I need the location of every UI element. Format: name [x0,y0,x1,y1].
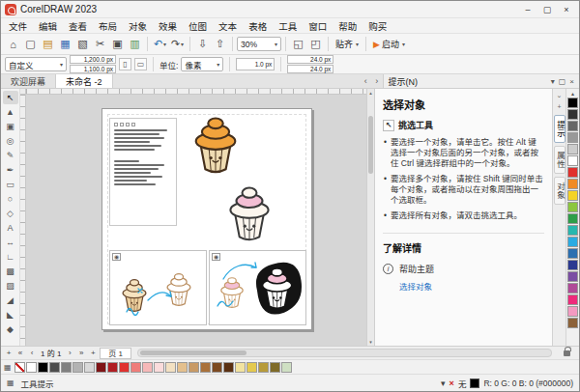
tab-scroll-right-icon[interactable]: › [371,74,382,88]
color-swatch[interactable] [567,237,578,247]
scroll-down-icon[interactable]: ▾ [369,339,372,345]
color-swatch[interactable] [567,260,578,270]
color-swatch[interactable] [567,318,578,328]
color-swatch[interactable] [567,225,578,236]
color-swatch[interactable] [567,121,578,131]
horizontal-scrollbar[interactable] [137,349,552,357]
select-objects-link[interactable]: 选择对象 [399,280,544,292]
color-swatch[interactable] [258,362,269,373]
menu-item-table[interactable]: 表格 [243,18,273,33]
tool-rectangle-tool[interactable]: ▭ [3,178,18,191]
color-swatch[interactable] [223,362,234,373]
tool-interactive-fill-tool[interactable]: ◣ [3,308,18,322]
color-swatch[interactable] [235,362,246,373]
color-swatch[interactable] [119,362,130,373]
color-swatch[interactable] [567,179,578,189]
tool-ellipse-tool[interactable]: ○ [3,192,18,206]
color-swatch[interactable] [567,144,578,154]
color-swatch[interactable] [567,202,578,212]
color-swatch[interactable] [26,362,37,373]
tool-eyedropper-tool[interactable]: ◢ [3,294,18,307]
color-swatch[interactable] [212,362,222,373]
help-topics-row[interactable]: i 帮助主题 [383,263,544,275]
doc-tab-untitled-2[interactable]: 未命名 -2 [56,74,113,88]
cupcake-small-sketch-artwork[interactable] [162,270,195,311]
side-tab-objects[interactable]: 对象 [554,177,566,205]
portrait-orientation-button[interactable]: ▯ [119,58,131,70]
export-button[interactable]: ⇧ [212,36,228,53]
horizontal-ruler[interactable] [26,89,366,95]
color-swatch[interactable] [246,362,257,373]
chevron-down-icon[interactable]: ▾ [163,41,166,47]
side-tab-properties[interactable]: 属性 [554,146,566,174]
redo-button[interactable]: ↷▾ [169,36,186,53]
add-page-button-right[interactable]: + [88,349,98,357]
welcome-screen-button[interactable]: ⌂ [5,36,21,53]
cupcake-on-black-blob-artwork[interactable] [250,257,304,322]
palette-up-icon[interactable]: ▴ [571,90,574,97]
color-swatch[interactable] [567,306,578,317]
units-combo[interactable]: 像素 ▾ [181,57,223,71]
drawing-canvas[interactable]: ◉ ◉ [20,89,374,346]
menu-item-tools[interactable]: 工具 [273,18,303,33]
menu-item-layout[interactable]: 布局 [93,18,123,33]
color-swatch[interactable] [567,248,578,259]
color-swatch[interactable] [142,362,153,373]
menu-item-object[interactable]: 对象 [123,18,153,33]
menu-item-edit[interactable]: 编辑 [33,18,63,33]
save-button[interactable]: ▦ [57,36,73,53]
color-swatch[interactable] [107,362,118,373]
sketch-panel-right[interactable]: ◉ [209,250,306,325]
color-swatch[interactable] [96,362,106,373]
docker-close-icon[interactable]: × [569,77,574,86]
import-button[interactable]: ⇩ [194,36,211,53]
vertical-scroll-thumb[interactable] [368,116,373,174]
docker-float-icon[interactable]: ▢ [559,77,566,86]
snap-to-button[interactable]: 贴齐 ▾ [333,36,362,53]
color-swatch[interactable] [270,362,280,373]
palette-options-icon[interactable]: ▦ [4,363,12,372]
close-button[interactable]: × [558,3,575,16]
tool-connector-tool[interactable]: ∟ [3,250,18,264]
undo-button[interactable]: ↶▾ [152,36,168,53]
horizontal-scroll-thumb[interactable] [140,350,246,355]
cut-button[interactable]: ✂ [92,36,108,53]
color-swatch[interactable] [281,362,292,373]
ruler-origin[interactable] [20,89,26,95]
vertical-ruler[interactable] [20,95,26,346]
tab-scroll-left-icon[interactable]: ‹ [361,74,371,88]
color-swatch[interactable] [567,155,578,166]
cupcake-orange-artwork[interactable] [188,115,244,179]
lock-icon[interactable] [564,350,570,356]
color-swatch[interactable] [154,362,164,373]
zoom-level-combo[interactable]: 30% ▾ [237,37,281,51]
menu-item-buy[interactable]: 购买 [362,18,392,33]
view-mode-button[interactable]: ◰ [307,36,324,53]
maximize-button[interactable]: ▢ [538,3,556,16]
chevron-down-icon[interactable]: ▾ [181,41,184,47]
open-folder-button[interactable]: ▤ [40,36,56,53]
color-swatch[interactable] [38,362,48,373]
menu-item-effects[interactable]: 效果 [153,18,183,33]
tool-artistic-media-tool[interactable]: ✒ [3,163,18,177]
tool-shadow-tool[interactable]: ▩ [3,265,18,278]
tool-crop-tool[interactable]: ▣ [3,120,18,133]
color-swatch[interactable] [72,362,83,373]
page-size-preset-combo[interactable]: 自定义 ▾ [5,57,67,71]
page-height-field[interactable]: 1,100.0 px [70,65,116,73]
color-swatch[interactable] [84,362,95,373]
menu-item-view[interactable]: 查看 [63,18,93,33]
fullscreen-preview-button[interactable]: ◱ [290,36,306,53]
sketch-panel-left[interactable]: ◉ [109,250,207,325]
menu-item-bitmaps[interactable]: 位图 [183,18,213,33]
first-page-icon[interactable]: « [15,349,25,357]
cupcake-outline-artwork[interactable] [217,274,247,313]
previous-page-icon[interactable]: ‹ [27,349,37,357]
nudge-distance-field[interactable]: 1.0 px [236,58,275,70]
minimize-button[interactable]: – [519,3,536,16]
tool-text-tool[interactable]: A [3,221,18,235]
color-swatch[interactable] [567,190,578,201]
color-swatch[interactable] [165,362,176,373]
greeked-text-block[interactable] [109,118,177,226]
landscape-orientation-button[interactable]: ▭ [134,58,147,70]
